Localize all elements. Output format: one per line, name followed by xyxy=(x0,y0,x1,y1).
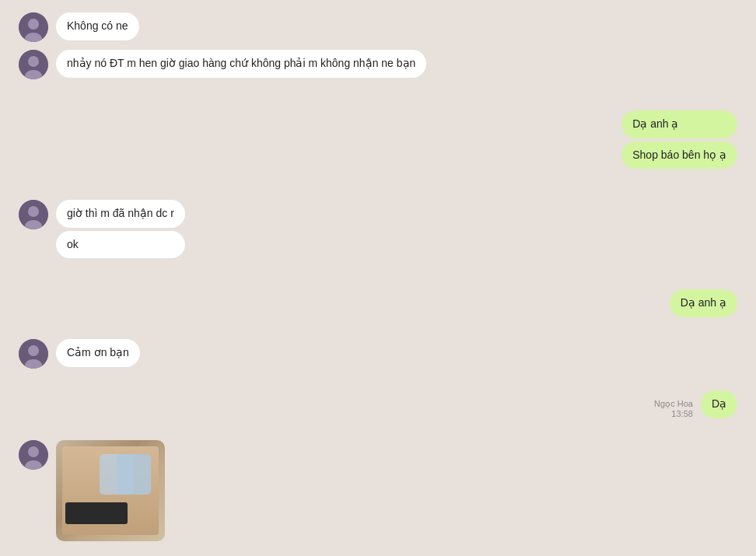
message-row: Cảm ơn bạn xyxy=(19,339,737,369)
sender-name: Ngọc Hoa xyxy=(654,399,693,408)
bubble: Cảm ơn bạn xyxy=(56,339,140,367)
meta-row: Ngọc Hoa 13:58 Dạ xyxy=(654,390,737,418)
message-time: 13:58 xyxy=(671,409,693,418)
svg-point-4 xyxy=(28,56,39,67)
svg-point-7 xyxy=(28,206,39,217)
bubble-green: Dạ anh ạ xyxy=(621,110,737,138)
bubble: Không có ne xyxy=(56,12,139,40)
bubble-green: Dạ anh ạ xyxy=(670,289,737,317)
message-meta: Ngọc Hoa 13:58 xyxy=(654,399,693,418)
svg-point-10 xyxy=(28,345,39,356)
bubble: ok xyxy=(56,231,185,259)
bubble: giờ thì m đã nhận dc r xyxy=(56,200,185,228)
avatar xyxy=(19,12,48,42)
bubble: nhảy nó ĐT m hen giờ giao hàng chứ không… xyxy=(56,50,426,78)
avatar xyxy=(19,200,48,229)
message-row-right-meta: Ngọc Hoa 13:58 Dạ xyxy=(19,390,737,418)
avatar xyxy=(19,50,48,79)
chat-container: Không có ne nhảy nó ĐT m hen giờ giao hà… xyxy=(0,0,756,556)
message-row: Không có ne xyxy=(19,12,737,42)
message-row-image xyxy=(19,440,737,541)
avatar xyxy=(19,339,48,369)
message-row-right: Dạ anh ạ Shop báo bên họ ạ xyxy=(19,110,737,169)
message-row: nhảy nó ĐT m hen giờ giao hàng chứ không… xyxy=(19,50,737,79)
message-row: giờ thì m đã nhận dc r ok xyxy=(19,200,737,258)
bubbles-col: giờ thì m đã nhận dc r ok xyxy=(56,200,185,258)
bubble-green: Shop báo bên họ ạ xyxy=(621,142,737,170)
bubbles-col: Không có ne xyxy=(56,12,139,40)
svg-point-13 xyxy=(28,446,39,457)
message-row-right: Dạ anh ạ xyxy=(19,289,737,317)
product-image xyxy=(56,440,165,541)
bubbles-col: Dạ anh ạ Shop báo bên họ ạ xyxy=(621,110,737,169)
svg-point-1 xyxy=(28,19,39,30)
avatar xyxy=(19,440,48,470)
bubble-green: Dạ xyxy=(701,390,737,418)
